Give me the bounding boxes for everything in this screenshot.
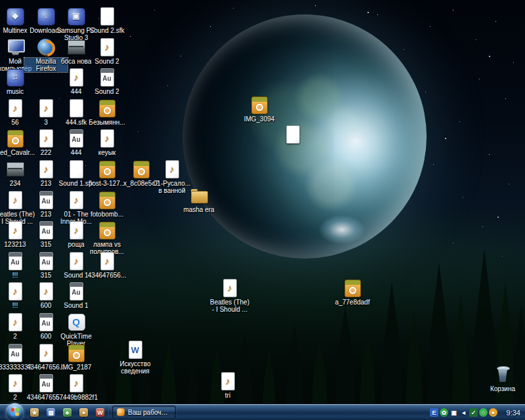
planet-glint [319,215,365,244]
doc-plain-icon [66,98,87,118]
desktop-icon[interactable]: 434647656... [85,251,129,279]
picture-icon [66,37,87,57]
desktop-icon-label: Безымянн... [85,119,129,126]
firefox-icon [35,37,56,57]
network-icon[interactable]: ▣ [450,408,458,417]
doc-plain-icon [282,125,303,144]
desktop-icon[interactable]: Beatles (The) - I Should ... [208,278,251,313]
desktop-icon-label: IMG_2187 [54,364,98,371]
messenger-icon[interactable]: ✿ [440,408,448,417]
doc-note-icon [96,129,117,148]
desktop-icon-label: Искусство сведения [114,360,157,375]
desktop: Multinex Downloads Samsung PC Studio 3 S… [0,0,525,420]
doc-au-icon [35,373,56,393]
desktop-icon[interactable]: IMG_2187 [54,343,98,371]
desktop-icon-label: 57449b9882f1 [54,394,98,401]
system-tray: E✿▣◄✓○● [430,404,497,420]
picture-icon [5,159,26,179]
doc-au-icon [66,282,87,301]
taskbar-window-button[interactable]: Ваш рабочий ст... [112,406,176,419]
doc-note-icon [96,37,117,57]
desktop-icon[interactable]: Безымянн... [85,98,129,126]
desktop-icon-label: music [0,88,37,95]
desktop-icon-label: tri [206,392,249,399]
desktop-icon[interactable]: лампа vs полупров... [85,220,129,255]
desktop-icon-label: a_77e8dadf [331,299,374,306]
doc-note-icon [66,373,87,393]
doc-note-icon [35,159,56,179]
jpg-icon [96,190,117,210]
doc-note-icon [5,282,26,301]
doc-au-icon [35,220,56,240]
taskbar-separator [107,406,108,418]
app-icon [66,7,87,26]
desktop-icon-label: IMG_3094 [238,116,281,123]
quicktime-icon [66,312,87,332]
doc-note-icon [35,129,56,148]
doc-note-icon [217,371,238,391]
desktop-icon[interactable]: Sound 1 [54,282,98,309]
doc-note-icon [5,220,26,240]
doc-note-icon [5,373,26,393]
app-icon [5,68,26,87]
doc-note-icon [66,68,87,87]
desktop-icon-label: Beatles (The) - I Should ... [208,299,251,313]
desktop-icon[interactable]: masha era [177,186,220,213]
desktop-icon[interactable]: IMG_3094 [238,95,281,123]
jpg-icon [66,343,87,363]
windows-logo-icon [11,408,20,416]
antivirus-icon[interactable]: ✓ [469,408,478,417]
quicklaunch-w-app-icon[interactable]: W [96,408,104,417]
desktop-icon[interactable] [271,125,314,145]
desktop-icon[interactable]: 57449b9882f1 [54,373,98,401]
doc-note-icon [66,220,87,240]
jpg-icon [131,159,152,179]
quicklaunch-gold-icon[interactable]: ● [79,408,88,417]
desktop-icon-label: кеуык [85,149,129,156]
volume-icon[interactable]: ◄ [459,408,468,417]
window-button-icon [117,408,125,416]
doc-note-icon [35,343,56,363]
desktop-icon[interactable]: Sound 2 [85,68,129,95]
agent-icon[interactable]: ○ [479,408,488,417]
desktop-icon-label: Sound 1 [54,302,98,309]
doc-plain-icon [66,159,87,179]
quicklaunch-sparkle-icon[interactable]: ★ [30,408,39,417]
desktop-icon[interactable]: Корзина [481,365,524,392]
desktop-icon[interactable]: Sound 2.sfk [85,7,129,34]
doc-note-icon [5,190,26,210]
doc-au-icon [35,251,56,271]
language-indicator-icon[interactable]: E [430,408,438,417]
jpg-icon [342,278,363,298]
quicklaunch-media-icon[interactable]: ▤ [47,408,55,417]
jpg-icon [96,98,117,118]
jpg-icon [5,129,26,148]
desktop-icon[interactable]: music [0,68,37,95]
doc-note-icon [35,282,56,301]
word-icon [125,340,146,360]
doc-note-icon [66,190,87,210]
desktop-icon[interactable]: tri [206,371,249,399]
jpg-icon [96,159,117,179]
folder-icon [188,186,209,205]
doc-au-icon [35,312,56,332]
quicklaunch-green-app-icon[interactable]: ♣ [63,408,72,417]
taskbar-clock[interactable]: 9:34 [507,404,520,420]
desktop-icon[interactable]: QuickTime Player [54,312,98,347]
desktop-icon-label: Sound 2 [85,88,129,95]
taskbar: ★▤♣●W Ваш рабочий ст... E✿▣◄✓○● 9:34 [0,404,525,420]
window-button-label: Ваш рабочий ст... [128,409,171,416]
desktop-icon[interactable]: кеуык [85,129,129,156]
doc-au-icon [5,343,26,363]
stars-decor [0,0,1,1]
desktop-icon-label: Корзина [481,385,524,392]
update-icon[interactable]: ● [489,408,497,417]
start-button[interactable] [6,404,24,420]
desktop-icon[interactable]: Sound 2 [85,37,129,65]
jpg-icon [96,220,117,240]
doc-note-icon [219,278,240,298]
desktop-icon[interactable]: a_77e8dadf [331,278,374,306]
doc-au-icon [35,190,56,210]
desktop-icon[interactable]: Искусство сведения [114,340,157,375]
desktop-icon[interactable]: fotobomb... [85,190,129,218]
